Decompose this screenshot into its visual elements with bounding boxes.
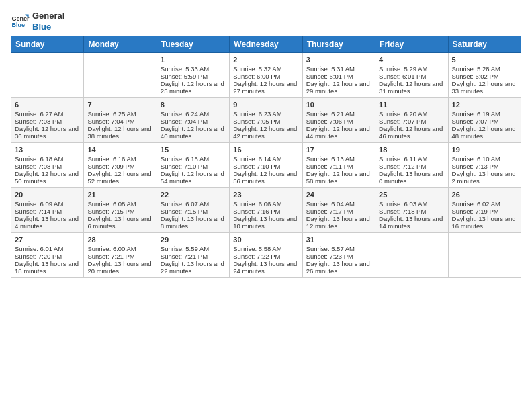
calendar-cell: 19Sunrise: 6:10 AMSunset: 7:13 PMDayligh… (448, 143, 521, 188)
daylight-text: Daylight: 13 hours and 4 minutes. (15, 215, 80, 230)
sunset-text: Sunset: 7:09 PM (87, 163, 152, 170)
logo-icon: General Blue (11, 12, 30, 31)
sunset-text: Sunset: 7:07 PM (452, 118, 517, 125)
day-number: 5 (452, 56, 517, 64)
weekday-header-monday: Monday (84, 36, 157, 53)
sunset-text: Sunset: 7:03 PM (15, 118, 80, 125)
sunrise-text: Sunrise: 6:06 AM (233, 200, 298, 208)
daylight-text: Daylight: 13 hours and 18 minutes. (15, 260, 80, 275)
daylight-text: Daylight: 12 hours and 44 minutes. (306, 125, 371, 140)
calendar-cell: 10Sunrise: 6:21 AMSunset: 7:06 PMDayligh… (302, 98, 375, 143)
day-number: 11 (379, 101, 444, 109)
daylight-text: Daylight: 12 hours and 58 minutes. (306, 170, 371, 185)
daylight-text: Daylight: 12 hours and 29 minutes. (306, 80, 371, 95)
sunset-text: Sunset: 7:15 PM (161, 208, 226, 215)
day-number: 16 (233, 146, 298, 154)
calendar-cell: 24Sunrise: 6:04 AMSunset: 7:17 PMDayligh… (302, 188, 375, 233)
daylight-text: Daylight: 13 hours and 12 minutes. (306, 215, 371, 230)
day-number: 26 (452, 191, 517, 199)
daylight-text: Daylight: 13 hours and 6 minutes. (87, 215, 152, 230)
day-number: 31 (306, 236, 371, 244)
daylight-text: Daylight: 12 hours and 25 minutes. (161, 80, 226, 95)
daylight-text: Daylight: 13 hours and 26 minutes. (306, 260, 371, 275)
calendar-week-2: 6Sunrise: 6:27 AMSunset: 7:03 PMDaylight… (11, 98, 521, 143)
sunset-text: Sunset: 6:01 PM (306, 73, 371, 80)
day-number: 19 (452, 146, 517, 154)
calendar-table: SundayMondayTuesdayWednesdayThursdayFrid… (11, 36, 521, 278)
logo: General Blue General Blue (11, 11, 64, 32)
daylight-text: Daylight: 13 hours and 0 minutes. (379, 170, 444, 185)
calendar-cell: 4Sunrise: 5:29 AMSunset: 6:01 PMDaylight… (375, 53, 448, 98)
calendar-cell: 13Sunrise: 6:18 AMSunset: 7:08 PMDayligh… (11, 143, 84, 188)
sunset-text: Sunset: 7:07 PM (379, 118, 444, 125)
daylight-text: Daylight: 13 hours and 22 minutes. (161, 260, 226, 275)
day-number: 10 (306, 101, 371, 109)
calendar-cell (84, 53, 157, 98)
sunrise-text: Sunrise: 6:02 AM (452, 200, 517, 208)
daylight-text: Daylight: 12 hours and 50 minutes. (15, 170, 80, 185)
day-number: 23 (233, 191, 298, 199)
daylight-text: Daylight: 13 hours and 16 minutes. (452, 215, 517, 230)
daylight-text: Daylight: 12 hours and 36 minutes. (15, 125, 80, 140)
daylight-text: Daylight: 13 hours and 24 minutes. (233, 260, 298, 275)
sunrise-text: Sunrise: 5:32 AM (233, 65, 298, 73)
calendar-cell: 18Sunrise: 6:11 AMSunset: 7:12 PMDayligh… (375, 143, 448, 188)
sunset-text: Sunset: 6:00 PM (233, 73, 298, 80)
daylight-text: Daylight: 12 hours and 56 minutes. (233, 170, 298, 185)
daylight-text: Daylight: 12 hours and 27 minutes. (233, 80, 298, 95)
sunset-text: Sunset: 7:14 PM (15, 208, 80, 215)
sunrise-text: Sunrise: 6:23 AM (233, 110, 298, 118)
sunset-text: Sunset: 5:59 PM (161, 73, 226, 80)
day-number: 6 (15, 101, 80, 109)
weekday-header-sunday: Sunday (11, 36, 84, 53)
day-number: 4 (379, 56, 444, 64)
sunrise-text: Sunrise: 6:01 AM (15, 245, 80, 253)
sunrise-text: Sunrise: 6:13 AM (306, 155, 371, 163)
day-number: 7 (87, 101, 152, 109)
day-number: 12 (452, 101, 517, 109)
sunset-text: Sunset: 7:13 PM (452, 163, 517, 170)
sunrise-text: Sunrise: 6:18 AM (15, 155, 80, 163)
sunset-text: Sunset: 6:02 PM (452, 73, 517, 80)
sunset-text: Sunset: 7:20 PM (15, 253, 80, 260)
day-number: 9 (233, 101, 298, 109)
sunrise-text: Sunrise: 6:09 AM (15, 200, 80, 208)
sunset-text: Sunset: 7:18 PM (379, 208, 444, 215)
calendar-cell: 25Sunrise: 6:03 AMSunset: 7:18 PMDayligh… (375, 188, 448, 233)
svg-text:Blue: Blue (11, 21, 25, 28)
sunrise-text: Sunrise: 5:59 AM (161, 245, 226, 253)
calendar-cell: 31Sunrise: 5:57 AMSunset: 7:23 PMDayligh… (302, 233, 375, 278)
calendar-cell: 6Sunrise: 6:27 AMSunset: 7:03 PMDaylight… (11, 98, 84, 143)
sunrise-text: Sunrise: 6:11 AM (379, 155, 444, 163)
calendar-cell: 8Sunrise: 6:24 AMSunset: 7:04 PMDaylight… (157, 98, 229, 143)
calendar-week-4: 20Sunrise: 6:09 AMSunset: 7:14 PMDayligh… (11, 188, 521, 233)
calendar-cell: 17Sunrise: 6:13 AMSunset: 7:11 PMDayligh… (302, 143, 375, 188)
day-number: 8 (161, 101, 226, 109)
sunrise-text: Sunrise: 6:04 AM (306, 200, 371, 208)
sunrise-text: Sunrise: 5:29 AM (379, 65, 444, 73)
daylight-text: Daylight: 12 hours and 40 minutes. (161, 125, 226, 140)
sunrise-text: Sunrise: 6:03 AM (379, 200, 444, 208)
daylight-text: Daylight: 12 hours and 31 minutes. (379, 80, 444, 95)
calendar-week-1: 1Sunrise: 5:33 AMSunset: 5:59 PMDaylight… (11, 53, 521, 98)
calendar-cell: 5Sunrise: 5:28 AMSunset: 6:02 PMDaylight… (448, 53, 521, 98)
sunrise-text: Sunrise: 5:57 AM (306, 245, 371, 253)
day-number: 17 (306, 146, 371, 154)
sunrise-text: Sunrise: 5:58 AM (233, 245, 298, 253)
day-number: 20 (15, 191, 80, 199)
sunset-text: Sunset: 7:10 PM (233, 163, 298, 170)
daylight-text: Daylight: 13 hours and 20 minutes. (87, 260, 152, 275)
sunset-text: Sunset: 7:21 PM (161, 253, 226, 260)
calendar-cell: 3Sunrise: 5:31 AMSunset: 6:01 PMDaylight… (302, 53, 375, 98)
daylight-text: Daylight: 12 hours and 46 minutes. (379, 125, 444, 140)
day-number: 13 (15, 146, 80, 154)
calendar-week-5: 27Sunrise: 6:01 AMSunset: 7:20 PMDayligh… (11, 233, 521, 278)
day-number: 2 (233, 56, 298, 64)
weekday-header-friday: Friday (375, 36, 448, 53)
day-number: 25 (379, 191, 444, 199)
sunset-text: Sunset: 7:10 PM (161, 163, 226, 170)
calendar-cell: 29Sunrise: 5:59 AMSunset: 7:21 PMDayligh… (157, 233, 229, 278)
daylight-text: Daylight: 12 hours and 38 minutes. (87, 125, 152, 140)
calendar-cell: 26Sunrise: 6:02 AMSunset: 7:19 PMDayligh… (448, 188, 521, 233)
sunset-text: Sunset: 7:15 PM (87, 208, 152, 215)
